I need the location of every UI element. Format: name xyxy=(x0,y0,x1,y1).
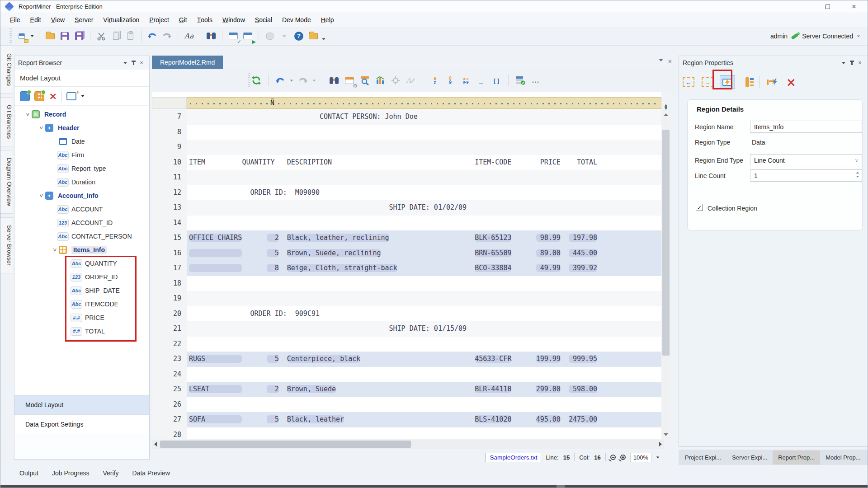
menu-server[interactable]: Server xyxy=(70,13,98,27)
highlighted-field[interactable]: 598.00 xyxy=(569,385,597,393)
sort-az-icon[interactable]: az xyxy=(429,75,441,86)
doc-line-17[interactable]: 17 8 Beige, Cloth, straight-back BCO-338… xyxy=(152,261,661,276)
tree-item-order_id[interactable]: 123ORDER_ID xyxy=(65,270,118,284)
tree-item-account_id[interactable]: 123ACCOUNT_ID xyxy=(52,216,113,230)
highlighted-field[interactable]: SOFA xyxy=(189,415,242,423)
close-button[interactable]: × xyxy=(844,0,864,13)
scroll-left-icon[interactable] xyxy=(154,442,157,446)
highlighted-field[interactable]: 445.00 xyxy=(569,249,597,257)
add-field-icon[interactable] xyxy=(34,91,44,101)
menu-virtualization[interactable]: Virtualization xyxy=(98,13,144,27)
zoom-level[interactable]: 100% xyxy=(630,453,651,462)
doc-line-25[interactable]: 25LSEAT 2 Brown, Suede BLR-44110 299.00 … xyxy=(152,382,661,397)
toolbar-more-icon[interactable]: ... xyxy=(530,75,542,86)
tree-item-firm[interactable]: AbcFirm xyxy=(52,148,84,162)
highlighted-field[interactable]: LSEAT xyxy=(189,385,242,393)
region-end-type-select[interactable]: Line Count ˅ xyxy=(750,154,862,166)
line-count-stepper[interactable]: 1 xyxy=(750,169,862,182)
font-icon[interactable]: Aa xyxy=(183,30,195,42)
doc-line-27[interactable]: 27SOFA 5 Black, leather BLS-41020 495.00… xyxy=(152,412,661,427)
panel-menu-icon[interactable] xyxy=(121,59,129,67)
rp-menu-icon[interactable] xyxy=(840,59,848,67)
doc-line-18[interactable]: 18 xyxy=(152,276,661,291)
menu-social[interactable]: Social xyxy=(250,13,277,27)
tree-item-account[interactable]: AbcACCOUNT xyxy=(52,202,103,216)
tree-item-record[interactable]: >Record xyxy=(24,108,66,121)
doc-line-22[interactable]: 22 xyxy=(152,337,661,352)
dock-tab-server-expl-[interactable]: Server Expl... xyxy=(726,450,773,465)
panel-close-icon[interactable]: × xyxy=(137,59,146,67)
find-in-report-icon[interactable] xyxy=(328,75,340,86)
tree-item-total[interactable]: #.#TOTAL xyxy=(65,324,105,338)
doc-line-20[interactable]: 20 ORDER ID: 909C91 xyxy=(152,306,661,322)
tree-item-header[interactable]: >✦Header xyxy=(38,121,79,135)
status-dropdown-icon[interactable] xyxy=(857,35,860,37)
tree-item-quantity[interactable]: AbcQUANTITY xyxy=(65,257,117,270)
highlighted-field[interactable]: 2 xyxy=(267,234,279,242)
doc-line-24[interactable]: 24 xyxy=(152,367,661,382)
menu-view[interactable]: View xyxy=(46,13,70,27)
rp-close-icon[interactable]: × xyxy=(856,59,864,67)
bottom-tab-job-progress[interactable]: Job Progress xyxy=(47,468,94,479)
expand-chevron-icon[interactable]: > xyxy=(52,247,58,253)
left-tab-server-browser[interactable]: Server Browser xyxy=(0,217,13,273)
menu-project[interactable]: Project xyxy=(144,13,174,27)
redo-icon[interactable] xyxy=(161,30,173,42)
new-report-model-icon[interactable] xyxy=(16,30,28,42)
export-model-icon[interactable] xyxy=(66,92,76,100)
highlighted-field[interactable] xyxy=(189,249,242,257)
doc-undo-icon[interactable] xyxy=(274,75,286,86)
add-region-icon[interactable] xyxy=(20,91,30,101)
report-document[interactable]: Ñ 7 CONTACT PERSON: John Doe8910ITEM QUA… xyxy=(152,92,661,439)
auto-create-model-icon[interactable]: ⚙ xyxy=(344,75,355,86)
zoom-dropdown-icon[interactable] xyxy=(656,456,659,458)
delete-region-icon[interactable]: × xyxy=(784,75,798,89)
zoom-out-icon[interactable] xyxy=(610,455,616,460)
expand-chevron-icon[interactable]: > xyxy=(38,125,44,131)
doc-line-16[interactable]: 16 5 Brown, Suede, reclining BRN-65509 8… xyxy=(152,246,661,261)
tab-list-icon[interactable] xyxy=(659,59,663,61)
bottom-tab-verify[interactable]: Verify xyxy=(98,468,124,479)
apply-pattern-icon[interactable] xyxy=(765,75,779,89)
highlighted-field[interactable]: Black, leather xyxy=(287,415,344,423)
highlighted-field[interactable]: Brown, Suede, reclining xyxy=(287,249,381,257)
toolbar-overflow-icon[interactable] xyxy=(322,38,326,40)
paste-icon[interactable] xyxy=(124,30,136,42)
brackets-icon[interactable]: [ ] xyxy=(491,75,502,86)
search-region-icon[interactable] xyxy=(359,75,371,86)
vertical-scrollbar[interactable] xyxy=(661,111,670,439)
doc-line-26[interactable]: 26 xyxy=(152,397,661,413)
menu-git[interactable]: Git xyxy=(174,13,192,27)
preview-data-icon[interactable] xyxy=(514,75,526,86)
footer-item-model-layout[interactable]: Model Layout xyxy=(14,395,149,414)
maximize-button[interactable] xyxy=(818,0,838,13)
doc-line-28[interactable]: 28 xyxy=(152,427,661,439)
doc-line-14[interactable]: 14 xyxy=(152,216,661,231)
highlighted-field[interactable]: 98.99 xyxy=(536,234,561,242)
vertical-scroll-thumb[interactable] xyxy=(662,130,670,356)
left-tab-git-changes[interactable]: Git Changes xyxy=(0,46,13,94)
highlighted-field[interactable]: Beige, Cloth, straight-back xyxy=(287,264,397,272)
menu-dev-mode[interactable]: Dev Mode xyxy=(277,13,316,27)
help-icon[interactable]: ? xyxy=(293,30,305,42)
sort-09-icon[interactable]: 09 xyxy=(444,75,456,86)
doc-line-8[interactable]: 8 xyxy=(152,125,661,140)
highlighted-field[interactable]: 299.00 xyxy=(536,385,561,393)
tab-reportmodel2[interactable]: ReportModel2.Rmd xyxy=(152,56,223,69)
highlighted-field[interactable]: OFFICE CHAIRS xyxy=(189,234,242,242)
expand-chevron-icon[interactable]: > xyxy=(24,111,31,117)
tree-item-date[interactable]: Date xyxy=(52,135,85,148)
minimize-button[interactable] xyxy=(792,0,811,13)
tree-item-items_info[interactable]: >Items_Info xyxy=(52,243,107,257)
bottom-tab-output[interactable]: Output xyxy=(14,468,44,479)
highlighted-field[interactable]: 5 xyxy=(267,249,279,257)
highlighted-field[interactable]: Black, leather, reclining xyxy=(287,234,389,242)
splitter-grip-icon[interactable]: ▲▼ xyxy=(662,103,670,110)
verify-icon[interactable]: ✓ xyxy=(227,30,239,42)
menu-edit[interactable]: Edit xyxy=(25,13,46,27)
copy-icon[interactable] xyxy=(110,30,122,42)
tree-item-account_info[interactable]: >✦Account_Info xyxy=(38,189,98,202)
menu-help[interactable]: Help xyxy=(316,13,339,27)
undo-icon[interactable] xyxy=(146,30,158,42)
doc-line-11[interactable]: 11 xyxy=(152,170,661,185)
